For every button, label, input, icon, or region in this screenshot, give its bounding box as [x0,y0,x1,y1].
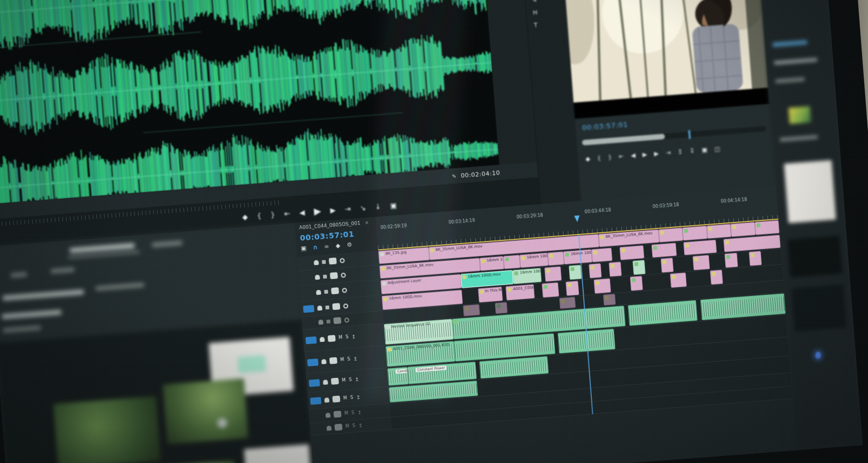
solo-button[interactable]: S [349,378,352,382]
toggle-track-output-icon[interactable] [341,272,346,278]
timeline-playhead-timecode[interactable]: 00:03:57:01 [299,230,354,243]
timeline-clip[interactable] [659,227,684,242]
mute-button[interactable]: M [343,396,347,401]
timeline-clip[interactable] [559,297,576,309]
timeline-clip[interactable] [682,226,707,240]
keyframe-toggle-icon[interactable]: ↥ [356,395,360,400]
solo-button[interactable]: S [346,335,349,339]
timeline-clip[interactable] [670,272,687,288]
source-patch-badge[interactable] [311,412,323,420]
timeline-clip[interactable] [591,248,612,262]
step-forward-button[interactable]: ▶ [654,150,659,157]
track-targeting-badge[interactable] [328,335,336,342]
solo-button[interactable]: S [352,424,355,428]
source-patch-badge[interactable] [305,336,317,344]
timeline-clip[interactable] [589,263,602,278]
timeline-clip[interactable] [706,224,731,239]
solo-button[interactable]: S [352,411,355,415]
project-item-thumbnail[interactable] [244,444,312,463]
timeline-clip[interactable] [566,281,579,296]
mute-button[interactable]: M [346,424,349,429]
toggle-track-output-icon[interactable] [343,303,348,309]
type-tool[interactable]: T [534,20,569,28]
timeline-settings-button[interactable]: ⚙ [347,242,353,248]
timeline-clip[interactable] [633,260,646,275]
timeline-clip[interactable] [545,267,562,282]
mute-button[interactable]: M [342,378,346,383]
add-marker-button[interactable]: ◆ [585,156,590,162]
mark-out-button[interactable]: } [270,211,275,218]
mark-out-button[interactable]: } [608,154,612,161]
close-icon[interactable]: × [365,220,369,226]
step-forward-button[interactable]: ▶ [330,206,336,214]
mute-button[interactable]: M [340,358,344,363]
lock-icon[interactable] [326,413,331,418]
source-patch-badge[interactable] [302,289,313,296]
sync-lock-icon[interactable] [327,319,331,324]
lock-icon[interactable] [320,337,325,342]
source-duration-timecode[interactable]: 00:02:04:10 [461,169,500,179]
track-targeting-badge[interactable] [334,424,342,431]
lock-icon[interactable] [324,397,330,403]
solo-button[interactable]: S [350,396,353,400]
timeline-clip[interactable]: 16mm 100D [480,256,505,271]
source-patch-badge[interactable] [312,425,324,433]
play-button[interactable]: ▶ [642,151,647,158]
timeline-clip[interactable] [710,270,723,285]
track-targeting-badge[interactable] [333,317,341,324]
thumbnail-dark[interactable] [792,284,847,332]
lock-icon[interactable] [315,274,320,280]
go-to-in-button[interactable]: ⇤ [284,210,290,217]
source-patch-badge[interactable] [303,305,314,312]
timeline-clip[interactable] [542,282,559,297]
track-targeting-badge[interactable] [331,378,339,385]
timeline-clip[interactable]: Constant P... [387,367,409,386]
track-targeting-badge[interactable] [330,272,338,279]
keyframe-toggle-icon[interactable]: ↥ [355,377,359,382]
toggle-track-output-icon[interactable] [342,288,347,293]
export-frame-button[interactable]: ▣ [701,147,707,153]
toggle-track-output-icon[interactable] [340,258,345,263]
timeline-clip[interactable] [603,294,616,306]
thumbnail-dark[interactable] [788,236,843,277]
sync-lock-icon[interactable] [324,289,328,294]
lock-icon[interactable] [314,259,319,265]
go-to-out-button[interactable]: ⇥ [666,150,671,156]
program-current-timecode[interactable]: 00:03:57:01 [582,120,628,131]
timeline-clip[interactable] [503,255,520,269]
source-patch-badge[interactable] [307,358,318,366]
source-patch-badge[interactable] [304,319,315,326]
thumbnail-white-card[interactable] [784,160,836,223]
source-patch-badge[interactable] [301,274,312,282]
pen-tool[interactable]: ✎ [532,0,566,3]
hand-tool[interactable]: H [533,7,567,16]
add-marker-button[interactable]: ◆ [242,213,248,220]
solo-button[interactable]: S [347,357,350,361]
go-to-in-button[interactable]: ⇤ [618,153,624,160]
source-patch-badge[interactable] [310,397,322,404]
track-targeting-badge[interactable] [332,396,340,403]
track-targeting-badge[interactable] [329,357,337,364]
timeline-clip[interactable]: In This Mo... [478,287,503,302]
source-patch-badge[interactable] [299,259,311,267]
timeline-clip[interactable] [569,265,582,280]
snap-toggle-button[interactable]: ∩ [312,244,318,251]
keyframe-toggle-icon[interactable]: ↥ [358,410,362,415]
track-targeting-badge[interactable] [334,411,342,418]
mute-button[interactable]: M [344,411,348,416]
project-item-thumbnail[interactable] [53,396,161,463]
timeline-clip[interactable]: 16mm 100D [513,268,542,284]
timeline-clip[interactable] [661,258,674,273]
timeline-clip[interactable] [684,240,717,255]
linked-selection-button[interactable]: ∞ [324,243,329,250]
toggle-track-output-icon[interactable] [344,317,349,322]
nest-toggle-button[interactable]: ▣ [301,245,307,252]
timeline-clip[interactable] [463,305,480,316]
program-scrubber-playhead[interactable] [688,130,691,139]
thumbnail-color[interactable] [788,106,811,124]
timeline-clip[interactable] [652,243,676,257]
timeline-clip[interactable] [594,278,611,294]
step-back-button[interactable]: ◀ [299,208,305,216]
timeline-clip[interactable]: 16mm 100D [520,253,548,268]
lock-icon[interactable] [318,319,324,325]
